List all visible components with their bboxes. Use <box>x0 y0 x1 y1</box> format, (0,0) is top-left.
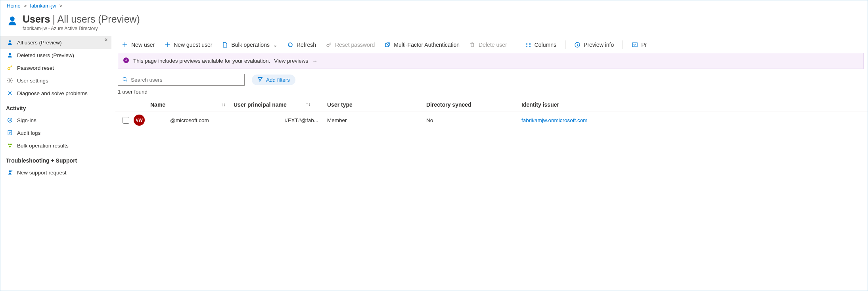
sidebar-item-label: New support request <box>17 170 67 176</box>
page-header: Users | All users (Preview) fabrikam-jw … <box>0 11 868 36</box>
column-header-name[interactable]: Name ↑↓ <box>150 101 234 108</box>
bulk-results-icon <box>7 142 13 149</box>
mfa-button[interactable]: Multi-Factor Authentication <box>380 39 464 50</box>
cell-issuer-link[interactable]: fabrikamjw.onmicrosoft.com <box>521 117 588 123</box>
columns-icon <box>525 42 531 48</box>
view-previews-link[interactable]: View previews <box>274 58 308 64</box>
sidebar-item-all-users[interactable]: All users (Preview) <box>0 36 111 49</box>
sidebar-item-audit-logs[interactable]: Audit logs <box>0 126 111 139</box>
toolbar-label: Pr <box>641 42 647 48</box>
preview-info-button[interactable]: Preview info <box>570 39 618 50</box>
key-icon <box>326 42 332 48</box>
reset-password-button: Reset password <box>322 39 379 50</box>
sidebar-item-deleted-users[interactable]: Deleted users (Preview) <box>0 49 111 61</box>
sidebar-item-user-settings[interactable]: User settings <box>0 74 111 87</box>
sidebar-item-label: Audit logs <box>17 130 40 136</box>
column-header-upn[interactable]: User principal name ↑↓ <box>234 101 327 108</box>
arrow-right-icon: → <box>312 58 318 64</box>
sidebar-item-label: Password reset <box>17 65 54 71</box>
compass-icon <box>123 57 129 65</box>
table-row[interactable]: VW @microsoft.com #EXT#@fab... Member No… <box>115 111 868 129</box>
search-icon <box>122 77 128 83</box>
row-checkbox[interactable] <box>123 117 129 124</box>
page-title-strong: Users <box>23 13 50 25</box>
sidebar-section-support: Troubleshooting + Support <box>0 152 111 166</box>
column-header-sync[interactable]: Directory synced <box>426 101 521 108</box>
breadcrumb-org[interactable]: fabrikam-jw <box>30 3 56 9</box>
plus-icon <box>122 42 128 48</box>
delete-user-button: Delete user <box>465 39 511 50</box>
refresh-button[interactable]: Refresh <box>283 39 320 50</box>
preview-icon <box>632 42 638 48</box>
external-link-icon <box>384 42 391 48</box>
toolbar-label: Multi-Factor Authentication <box>394 42 460 48</box>
chevron-right-icon: > <box>59 3 63 9</box>
search-input[interactable] <box>131 77 240 83</box>
key-icon <box>7 65 13 71</box>
user-icon <box>7 39 13 46</box>
preview-features-button[interactable]: Pr <box>628 39 651 50</box>
new-user-button[interactable]: New user <box>118 39 159 50</box>
sidebar: « All users (Preview) Deleted users (Pre… <box>0 36 111 291</box>
toolbar-label: Preview info <box>584 42 614 48</box>
svg-point-3 <box>8 67 10 69</box>
svg-point-2 <box>9 53 11 55</box>
svg-point-7 <box>8 144 10 145</box>
sidebar-item-password-reset[interactable]: Password reset <box>0 61 111 74</box>
log-icon <box>7 130 13 136</box>
sidebar-section-activity: Activity <box>0 100 111 114</box>
sidebar-item-bulk-results[interactable]: Bulk operation results <box>0 139 111 152</box>
toolbar-label: Columns <box>535 42 556 48</box>
gear-icon <box>7 77 13 84</box>
grid-header: Name ↑↓ User principal name ↑↓ User type… <box>115 98 868 111</box>
toolbar-label: Bulk operations <box>231 42 270 48</box>
preview-banner: This page includes previews available fo… <box>118 53 864 69</box>
document-icon <box>222 42 228 48</box>
add-filters-button[interactable]: Add filters <box>252 75 295 85</box>
diagnose-icon <box>7 90 13 96</box>
avatar: VW <box>134 115 145 126</box>
search-users-box[interactable] <box>118 74 245 86</box>
column-label: Name <box>150 101 165 108</box>
sidebar-item-signins[interactable]: Sign-ins <box>0 114 111 126</box>
page-subtitle: fabrikam-jw - Azure Active Directory <box>23 26 140 31</box>
sidebar-item-label: Deleted users (Preview) <box>17 52 74 58</box>
bulk-operations-button[interactable]: Bulk operations ⌄ <box>218 39 282 50</box>
svg-point-0 <box>10 17 15 21</box>
svg-point-17 <box>123 77 126 80</box>
toolbar-label: New user <box>131 42 155 48</box>
result-count: 1 user found <box>115 89 868 98</box>
toolbar-label: Refresh <box>297 42 316 48</box>
toolbar: New user New guest user Bulk operations … <box>115 36 868 53</box>
sidebar-item-label: User settings <box>17 78 48 84</box>
filter-row: Add filters <box>115 74 868 89</box>
column-header-issuer[interactable]: Identity issuer <box>521 101 617 108</box>
banner-text: This page includes previews available fo… <box>133 58 270 64</box>
cell-upn: #EXT#@fab... <box>234 117 327 123</box>
columns-button[interactable]: Columns <box>521 39 560 50</box>
toolbar-separator <box>623 40 623 49</box>
breadcrumb-home[interactable]: Home <box>7 3 21 9</box>
collapse-sidebar-icon[interactable]: « <box>104 36 107 42</box>
toolbar-separator <box>516 40 516 49</box>
user-icon <box>7 52 13 58</box>
toolbar-label: New guest user <box>174 42 212 48</box>
cell-name: @microsoft.com <box>150 117 234 123</box>
column-label: User principal name <box>234 101 287 108</box>
info-icon <box>574 42 581 48</box>
svg-point-9 <box>9 146 11 147</box>
trash-icon <box>469 42 475 48</box>
column-header-type[interactable]: User type <box>327 101 426 108</box>
chevron-right-icon: > <box>24 3 27 9</box>
sidebar-item-diagnose[interactable]: Diagnose and solve problems <box>0 87 111 100</box>
toolbar-separator <box>565 40 565 49</box>
filter-icon <box>257 77 263 83</box>
toolbar-label: Reset password <box>335 42 375 48</box>
sidebar-item-new-support[interactable]: ? New support request <box>0 166 111 179</box>
new-guest-user-button[interactable]: New guest user <box>160 39 216 50</box>
user-icon <box>7 15 18 26</box>
chevron-down-icon: ⌄ <box>273 42 278 48</box>
cell-type: Member <box>327 117 426 123</box>
svg-text:?: ? <box>11 170 12 172</box>
toolbar-label: Delete user <box>479 42 507 48</box>
